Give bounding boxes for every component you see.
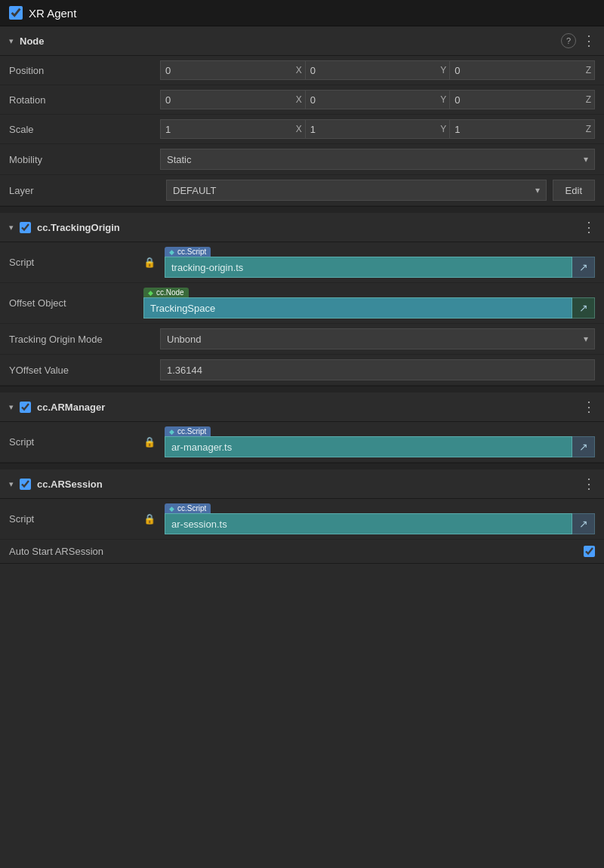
ar-session-lock-icon: 🔒 [143,513,156,525]
spacer-3 [0,463,604,469]
ar-session-script-row: Script 🔒 ◆ cc.Script ar-session.ts ↗ [0,499,604,540]
ar-manager-checkbox[interactable] [20,402,31,413]
scale-z-label: Z [584,124,594,134]
ar-manager-script-label: Script [9,436,137,448]
rotation-y-input[interactable] [306,94,439,106]
offset-tag-text: cc.Node [156,288,184,297]
mobility-value: Static [167,154,584,165]
ar-session-checkbox[interactable] [20,479,31,490]
ar-session-script-arrow-button[interactable]: ↗ [572,513,595,534]
mobility-row: Mobility Static ▾ [0,144,604,175]
position-y-label: Y [439,65,449,75]
layer-arrow-icon: ▾ [535,185,540,195]
rotation-z-field: Z [450,90,595,109]
scale-label: Scale [9,124,160,135]
offset-object-value: TrackingSpace [150,303,215,314]
ar-manager-script-field: ar-manager.ts [165,436,572,457]
tracking-origin-checkbox[interactable] [20,222,31,233]
node-chevron-icon[interactable]: ▾ [9,36,14,46]
ar-session-diamond-icon: ◆ [169,505,174,512]
ar-session-cc-script-tag: ◆ cc.Script [165,503,211,513]
position-z-label: Z [584,65,594,75]
rotation-xyz: X Y Z [160,90,595,109]
rotation-z-input[interactable] [450,94,584,106]
ar-session-header-left: ▾ cc.ARSession [9,479,576,490]
scale-x-input[interactable] [161,124,294,135]
tracking-origin-chevron-icon[interactable]: ▾ [9,223,14,232]
offset-object-cc-node-tag: ◆ cc.Node [143,288,189,297]
tracking-origin-header: ▾ cc.TrackingOrigin ⋮ [0,213,604,242]
auto-start-label: Auto Start ARSession [9,546,578,557]
position-x-field: X [160,60,306,80]
ar-manager-dots-icon[interactable]: ⋮ [582,399,595,415]
ar-manager-script-tag: ◆ cc.Script ar-manager.ts ↗ [165,426,595,457]
ar-session-header: ▾ cc.ARSession ⋮ [0,469,604,499]
mobility-dropdown[interactable]: Static ▾ [160,149,595,170]
tracking-origin-cc-script-tag: ◆ cc.Script [165,247,211,257]
rotation-y-label: Y [439,94,449,105]
position-row: Position X Y Z [0,56,604,85]
node-section-header: ▾ Node ? ⋮ [0,26,604,56]
ar-session-script-wrapper: ar-session.ts ↗ [165,513,595,534]
tracking-origin-dots-icon[interactable]: ⋮ [582,219,595,235]
ar-manager-script-wrapper: ar-manager.ts ↗ [165,436,595,457]
ar-session-section: ▾ cc.ARSession ⋮ Script 🔒 ◆ cc.Script ar… [0,469,604,564]
tracking-origin-script-row: Script 🔒 ◆ cc.Script tracking-origin.ts … [0,242,604,283]
layer-edit-button[interactable]: Edit [553,180,595,201]
layer-value: DEFAULT [173,185,535,196]
ar-manager-script-row: Script 🔒 ◆ cc.Script ar-manager.ts ↗ [0,422,604,463]
ar-manager-script-value: ar-manager.ts [171,442,232,453]
rotation-label: Rotation [9,94,160,106]
tracking-origin-diamond-icon: ◆ [169,248,174,256]
auto-start-checkbox[interactable] [584,546,595,557]
scale-x-field: X [160,119,306,139]
tracking-origin-mode-row: Tracking Origin Mode Unbond ▾ [0,324,604,355]
header-checkbox[interactable] [9,6,23,20]
rotation-row: Rotation X Y Z [0,85,604,115]
ar-manager-title: cc.ARManager [37,402,105,413]
ar-manager-header-right: ⋮ [582,399,595,415]
node-dots-icon[interactable]: ⋮ [582,32,595,49]
position-x-label: X [294,65,305,75]
offset-object-label: Offset Object [9,297,137,309]
offset-object-arrow-button[interactable]: ↗ [572,297,595,319]
offset-diamond-icon: ◆ [148,289,153,297]
mobility-arrow-icon: ▾ [584,154,588,165]
position-z-input[interactable] [450,65,584,76]
layer-dropdown[interactable]: DEFAULT ▾ [166,180,547,201]
tracking-origin-tag-text: cc.Script [177,248,206,256]
spacer-1 [0,207,604,213]
position-y-field: Y [306,60,451,80]
yoffset-input[interactable] [160,359,595,380]
tracking-origin-mode-label: Tracking Origin Mode [9,334,160,345]
tracking-origin-script-wrapper: tracking-origin.ts ↗ [165,257,595,278]
ar-session-script-tag: ◆ cc.Script ar-session.ts ↗ [165,503,595,534]
scale-y-input[interactable] [306,124,439,135]
rotation-x-input[interactable] [161,94,294,106]
ar-manager-chevron-icon[interactable]: ▾ [9,402,14,412]
tracking-origin-mode-dropdown[interactable]: Unbond ▾ [160,328,595,349]
position-z-field: Z [450,60,595,80]
ar-manager-script-arrow-button[interactable]: ↗ [572,436,595,457]
tracking-origin-header-right: ⋮ [582,219,595,235]
header-title: XR Agent [29,7,76,20]
scale-z-input[interactable] [450,124,584,135]
offset-object-row: Offset Object ◆ cc.Node TrackingSpace ↗ [0,283,604,324]
layer-row: Layer DEFAULT ▾ Edit [0,175,604,206]
position-y-input[interactable] [306,65,439,76]
auto-start-row: Auto Start ARSession [0,540,604,563]
position-x-input[interactable] [161,65,294,76]
tracking-origin-script-field: tracking-origin.ts [165,257,572,278]
tracking-origin-script-arrow-button[interactable]: ↗ [572,257,595,278]
tracking-origin-script-value: tracking-origin.ts [171,262,243,273]
tracking-origin-title: cc.TrackingOrigin [37,222,120,233]
scale-xyz: X Y Z [160,119,595,139]
node-help-icon[interactable]: ? [561,33,576,48]
position-xyz: X Y Z [160,60,595,80]
ar-manager-tag-text: cc.Script [177,427,206,436]
tracking-origin-script-tag: ◆ cc.Script tracking-origin.ts ↗ [165,247,595,278]
ar-session-chevron-icon[interactable]: ▾ [9,479,14,489]
ar-session-dots-icon[interactable]: ⋮ [582,476,595,492]
rotation-x-field: X [160,90,306,109]
ar-manager-diamond-icon: ◆ [169,428,174,436]
